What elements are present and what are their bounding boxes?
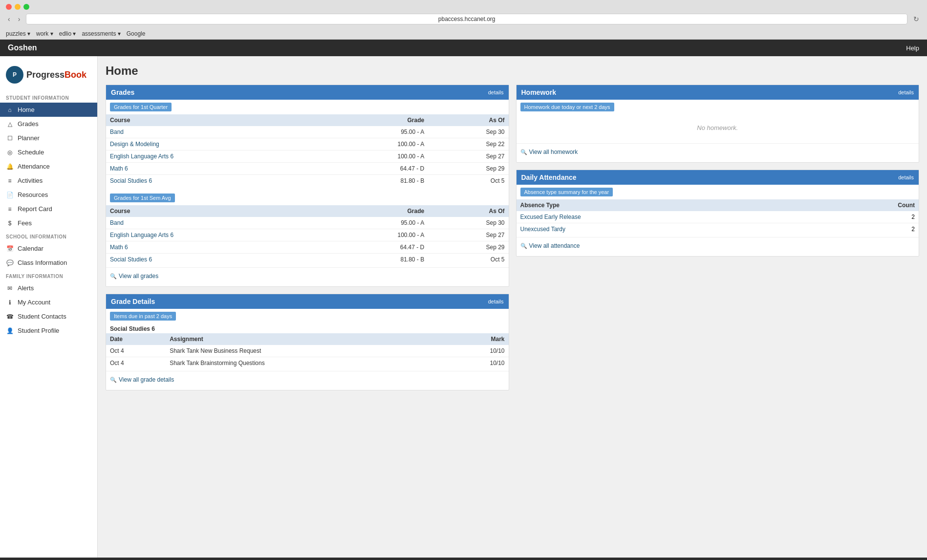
view-all-grades-link[interactable]: 🔍 View all grades xyxy=(106,270,509,282)
sidebar-item-activities[interactable]: ≡ Activities xyxy=(0,173,97,188)
sidebar-item-report-card[interactable]: ≡ Report Card xyxy=(0,202,97,216)
sidebar-label-grades: Grades xyxy=(18,120,39,128)
grade-details-header: Grade Details details xyxy=(106,294,509,309)
col-course: Course xyxy=(106,114,323,126)
attendance-card: Daily Attendance details Absence type su… xyxy=(516,170,920,257)
col-date: Date xyxy=(106,333,166,345)
table-row: Social Studies 6 81.80 - B Oct 5 xyxy=(106,175,509,187)
browser-bookmarks: puzzles ▾ work ▾ edlio ▾ assessments ▾ G… xyxy=(6,28,921,39)
grade-details-subtitle: Items due in past 2 days xyxy=(106,309,509,323)
grade-details-table: Date Assignment Mark Oct 4 Shark Tank Ne… xyxy=(106,333,509,369)
sidebar-label-activities: Activities xyxy=(18,177,43,184)
search-icon: 🔍 xyxy=(110,273,117,280)
grades-sem-table: Course Grade As Of Band 95.00 - A Sep 30… xyxy=(106,205,509,265)
section-label-school: SCHOOL INFORMATION xyxy=(0,230,97,241)
bookmark-work[interactable]: work ▾ xyxy=(36,30,53,37)
course-link[interactable]: Social Studies 6 xyxy=(110,177,152,184)
resources-icon: 📄 xyxy=(6,192,14,198)
assignment-cell: Shark Tank Brainstorming Questions xyxy=(166,357,447,369)
homework-details-link[interactable]: details xyxy=(898,89,914,95)
main-content: Home Grades details Grades for 1st Quart… xyxy=(98,56,927,558)
homework-body: Homework due today or next 2 days No hom… xyxy=(517,100,919,162)
asof-cell: Sep 27 xyxy=(428,151,508,163)
absence-type-link[interactable]: Excused Early Release xyxy=(520,214,581,220)
grades-icon: △ xyxy=(6,121,14,128)
asof-cell: Oct 5 xyxy=(428,254,508,266)
bookmark-edlio[interactable]: edlio ▾ xyxy=(59,30,76,37)
table-row: Unexcused Tardy 2 xyxy=(517,223,919,236)
help-link[interactable]: Help xyxy=(906,44,919,52)
sidebar-item-grades[interactable]: △ Grades xyxy=(0,117,97,131)
view-all-attendance-link[interactable]: 🔍 View all attendance xyxy=(517,239,919,252)
attendance-details-link[interactable]: details xyxy=(898,174,914,180)
absence-type-link[interactable]: Unexcused Tardy xyxy=(520,226,566,233)
grade-cell: 100.00 - A xyxy=(323,138,428,151)
course-link[interactable]: Band xyxy=(110,129,124,135)
grades-title: Grades xyxy=(111,88,134,96)
view-all-grade-details-link[interactable]: 🔍 View all grade details xyxy=(106,373,509,386)
back-button[interactable]: ‹ xyxy=(6,14,12,24)
col-absence-type: Absence Type xyxy=(517,199,812,211)
minimize-button[interactable] xyxy=(15,4,21,10)
course-link[interactable]: Design & Modeling xyxy=(110,141,159,148)
table-row: Excused Early Release 2 xyxy=(517,211,919,223)
sidebar-item-student-profile[interactable]: 👤 Student Profile xyxy=(0,323,97,338)
course-link[interactable]: Band xyxy=(110,219,124,226)
sidebar-item-home[interactable]: ⌂ Home xyxy=(0,103,97,117)
bookmark-assessments[interactable]: assessments ▾ xyxy=(82,30,120,37)
sidebar-label-my-account: My Account xyxy=(18,299,50,306)
course-link[interactable]: Social Studies 6 xyxy=(110,256,152,263)
address-bar[interactable]: pbaccess.hccanet.org xyxy=(26,14,907,24)
browser-chrome: ‹ › pbaccess.hccanet.org ↻ puzzles ▾ wor… xyxy=(0,0,927,40)
count-cell: 2 xyxy=(812,223,919,236)
mark-cell: 10/10 xyxy=(447,345,509,357)
col-assignment: Assignment xyxy=(166,333,447,345)
bookmark-puzzles[interactable]: puzzles ▾ xyxy=(6,30,30,37)
sidebar-item-class-info[interactable]: 💬 Class Information xyxy=(0,256,97,270)
sidebar-item-student-contacts[interactable]: ☎ Student Contacts xyxy=(0,309,97,323)
reload-button[interactable]: ↻ xyxy=(911,14,921,24)
sidebar-item-calendar[interactable]: 📅 Calendar xyxy=(0,241,97,256)
sidebar-label-fees: Fees xyxy=(18,219,32,227)
sidebar: P ProgressBook STUDENT INFORMATION ⌂ Hom… xyxy=(0,56,98,558)
table-row: English Language Arts 6 100.00 - A Sep 2… xyxy=(106,229,509,241)
sidebar-logo: P ProgressBook xyxy=(0,62,97,91)
grade-details-link[interactable]: details xyxy=(488,299,504,304)
forward-button[interactable]: › xyxy=(16,14,22,24)
course-link[interactable]: English Language Arts 6 xyxy=(110,232,173,238)
grades-card-body: Grades for 1st Quarter Course Grade As O… xyxy=(106,100,509,286)
col-mark: Mark xyxy=(447,333,509,345)
grade-cell: 100.00 - A xyxy=(323,151,428,163)
fees-icon: $ xyxy=(6,220,14,227)
sidebar-item-resources[interactable]: 📄 Resources xyxy=(0,188,97,202)
student-contacts-icon: ☎ xyxy=(6,313,14,320)
col-course-sem: Course xyxy=(106,205,323,217)
close-button[interactable] xyxy=(6,4,12,10)
sidebar-item-fees[interactable]: $ Fees xyxy=(0,216,97,230)
app-header: Goshen Help xyxy=(0,40,927,56)
sidebar-item-my-account[interactable]: ℹ My Account xyxy=(0,295,97,309)
grades-details-link[interactable]: details xyxy=(488,89,504,95)
maximize-button[interactable] xyxy=(23,4,29,10)
course-link[interactable]: Math 6 xyxy=(110,165,128,172)
class-info-icon: 💬 xyxy=(6,259,14,266)
content-grid: Grades details Grades for 1st Quarter Co… xyxy=(106,85,919,390)
sidebar-item-attendance[interactable]: 🔔 Attendance xyxy=(0,159,97,173)
app-body: P ProgressBook STUDENT INFORMATION ⌂ Hom… xyxy=(0,56,927,558)
grade-cell: 100.00 - A xyxy=(323,229,428,241)
no-homework-text: No homework. xyxy=(517,114,919,141)
report-card-icon: ≡ xyxy=(6,206,14,213)
course-link[interactable]: English Language Arts 6 xyxy=(110,153,173,160)
schedule-icon: ◎ xyxy=(6,149,14,156)
attendance-title: Daily Attendance xyxy=(521,173,577,181)
sidebar-item-alerts[interactable]: ✉ Alerts xyxy=(0,281,97,295)
sidebar-item-schedule[interactable]: ◎ Schedule xyxy=(0,145,97,159)
course-link[interactable]: Math 6 xyxy=(110,244,128,251)
sidebar-item-planner[interactable]: ☐ Planner xyxy=(0,131,97,145)
grade-cell: 95.00 - A xyxy=(323,126,428,138)
table-row: Math 6 64.47 - D Sep 29 xyxy=(106,163,509,175)
view-all-homework-link[interactable]: 🔍 View all homework xyxy=(517,146,919,158)
bookmark-google[interactable]: Google xyxy=(127,30,146,37)
col-count: Count xyxy=(812,199,919,211)
left-column: Grades details Grades for 1st Quarter Co… xyxy=(106,85,509,390)
